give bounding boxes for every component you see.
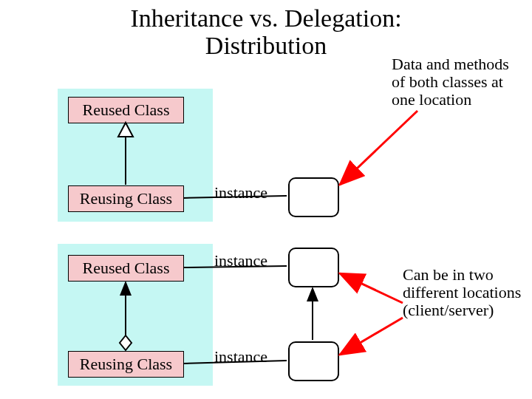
annotation-bottom-text: Can be in two different locations (clien… xyxy=(403,265,521,319)
instance-label-1: instance xyxy=(214,183,267,202)
instance-object-top xyxy=(288,177,339,217)
instance-label-2: instance xyxy=(214,251,267,270)
reusing-class-top-label: Reusing Class xyxy=(80,189,172,208)
reused-class-bottom: Reused Class xyxy=(68,255,184,282)
reused-class-top: Reused Class xyxy=(68,97,184,123)
annotation-top: Data and methods of both classes at one … xyxy=(392,55,525,109)
instance-label-3: instance xyxy=(214,347,267,366)
diagram-canvas: Reused Class Reusing Class instance Reus… xyxy=(0,0,532,399)
annotation-arrow-bottom-2 xyxy=(340,318,403,355)
reused-class-top-label: Reused Class xyxy=(83,100,170,120)
reusing-class-bottom-label: Reusing Class xyxy=(80,355,172,374)
annotation-top-text: Data and methods of both classes at one … xyxy=(392,55,509,109)
reusing-class-top: Reusing Class xyxy=(68,185,184,212)
instance-object-reusing xyxy=(288,341,339,381)
annotation-arrow-bottom-1 xyxy=(340,273,403,303)
reused-class-bottom-label: Reused Class xyxy=(83,259,170,278)
reusing-class-bottom: Reusing Class xyxy=(68,351,184,378)
instance-object-reused xyxy=(288,248,339,287)
annotation-arrow-top xyxy=(340,111,417,185)
annotation-bottom: Can be in two different locations (clien… xyxy=(403,266,528,320)
